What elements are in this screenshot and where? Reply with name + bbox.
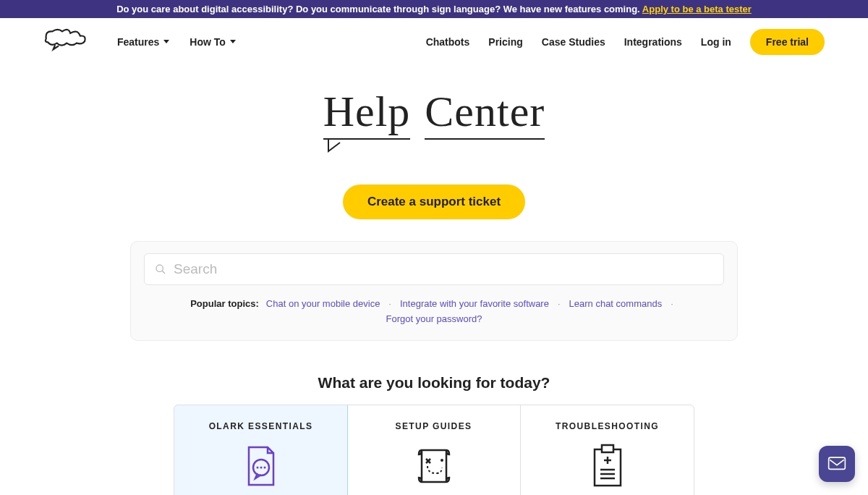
nav-login[interactable]: Log in — [701, 36, 731, 48]
popular-topics: Popular topics: Chat on your mobile devi… — [144, 298, 724, 324]
logo[interactable] — [43, 27, 88, 56]
create-ticket-button[interactable]: Create a support ticket — [343, 185, 525, 219]
nav-right-group: Chatbots Pricing Case Studies Integratio… — [426, 29, 825, 55]
free-trial-button[interactable]: Free trial — [750, 29, 825, 55]
popular-link-password[interactable]: Forgot your password? — [386, 313, 482, 324]
popular-link-mobile[interactable]: Chat on your mobile device — [266, 298, 380, 309]
svg-point-5 — [263, 467, 265, 469]
svg-point-6 — [441, 459, 443, 462]
separator-dot: · — [558, 298, 561, 309]
svg-rect-8 — [602, 445, 613, 452]
nav-howto[interactable]: How To — [190, 36, 236, 48]
nav-features-label: Features — [117, 36, 159, 48]
banner-text: Do you care about digital accessibility?… — [116, 4, 642, 14]
card-title: OLARK ESSENTIALS — [186, 421, 336, 431]
page-title: Help Center — [323, 87, 545, 140]
card-title: SETUP GUIDES — [359, 421, 509, 431]
popular-link-commands[interactable]: Learn chat commands — [569, 298, 663, 309]
banner-link[interactable]: Apply to be a beta tester — [642, 4, 752, 14]
top-banner: Do you care about digital accessibility?… — [0, 0, 868, 18]
svg-rect-12 — [829, 457, 846, 469]
nav-left-group: Features How To — [117, 36, 236, 48]
nav-howto-label: How To — [190, 36, 226, 48]
hero: Help Center — [0, 65, 868, 161]
cta-section: Create a support ticket — [0, 185, 868, 219]
separator-dot: · — [388, 298, 391, 309]
treasure-map-icon — [359, 441, 509, 491]
svg-line-1 — [162, 271, 165, 274]
section-heading: What are you looking for today? — [0, 374, 868, 392]
svg-point-4 — [260, 467, 262, 469]
chevron-down-icon — [163, 40, 169, 43]
card-troubleshooting[interactable]: TROUBLESHOOTING Tips, tricks and quick f… — [521, 405, 694, 495]
hero-help: Help — [323, 87, 411, 140]
hero-center: Center — [425, 87, 545, 140]
mail-icon — [827, 456, 846, 472]
nav-pricing[interactable]: Pricing — [488, 36, 522, 48]
popular-link-integrate[interactable]: Integrate with your favorite software — [400, 298, 549, 309]
search-box[interactable] — [144, 253, 724, 285]
popular-label: Popular topics: — [190, 298, 259, 309]
card-essentials[interactable]: OLARK ESSENTIALS Core features, settings… — [174, 405, 348, 495]
document-chat-icon — [186, 441, 336, 491]
nav-chatbots[interactable]: Chatbots — [426, 36, 470, 48]
nav-features[interactable]: Features — [117, 36, 169, 48]
speech-tail-icon — [304, 140, 564, 154]
search-icon — [155, 263, 166, 275]
card-setup[interactable]: SETUP GUIDES Integrations, automation an… — [347, 405, 521, 495]
main-nav: Features How To Chatbots Pricing Case St… — [0, 18, 868, 65]
clipboard-icon — [532, 441, 682, 491]
nav-casestudies[interactable]: Case Studies — [542, 36, 605, 48]
nav-integrations[interactable]: Integrations — [624, 36, 682, 48]
card-title: TROUBLESHOOTING — [532, 421, 682, 431]
svg-point-3 — [256, 467, 258, 469]
svg-rect-7 — [595, 449, 621, 486]
search-input[interactable] — [174, 261, 713, 277]
separator-dot: · — [671, 298, 673, 309]
search-panel: Popular topics: Chat on your mobile devi… — [130, 241, 738, 341]
chat-widget-button[interactable] — [819, 446, 855, 482]
category-cards: OLARK ESSENTIALS Core features, settings… — [174, 405, 694, 495]
svg-point-0 — [156, 265, 163, 271]
chevron-down-icon — [230, 40, 236, 43]
